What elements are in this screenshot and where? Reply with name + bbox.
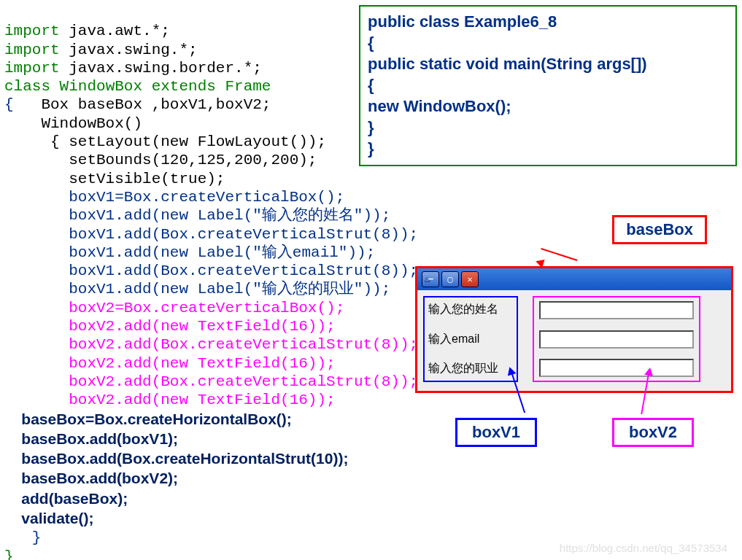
code-text: javax.swing.border.*; bbox=[60, 60, 262, 77]
arrow-boxv2 bbox=[634, 370, 670, 421]
code-text: boxV1.add(Box.createVerticalStrut(8)); bbox=[4, 226, 418, 243]
code-text: Box baseBox ,boxV1,boxV2; bbox=[14, 96, 271, 113]
code-text: { setLayout(new FlowLayout()); bbox=[4, 133, 326, 150]
code-text: boxV2.add(new TextField(16)); bbox=[4, 392, 336, 408]
code-text: setBounds(120,125,200,200); bbox=[4, 152, 317, 168]
code-text: baseBox=Box.createHorizontalBox(); bbox=[4, 411, 292, 427]
code-text: baseBox.add(boxV2); bbox=[4, 470, 178, 486]
brace: { bbox=[4, 96, 14, 113]
label-boxv2: boxV2 bbox=[612, 418, 694, 447]
code-text: boxV1.add(Box.createVerticalStrut(8)); bbox=[4, 262, 418, 279]
boxv2-panel bbox=[533, 296, 700, 382]
code-text: boxV1=Box.createVerticalBox(); bbox=[4, 189, 344, 206]
brace: } bbox=[4, 548, 14, 560]
code-text: boxV1.add(new Label("输入email")); bbox=[4, 244, 375, 261]
kw-import: import bbox=[4, 42, 60, 58]
code-text: boxV2.add(Box.createVerticalStrut(8)); bbox=[4, 336, 418, 353]
code-block-right: public class Example6_8 { public static … bbox=[359, 5, 737, 166]
textfield-name[interactable] bbox=[539, 301, 694, 319]
kw-extends: extends bbox=[152, 78, 216, 95]
app-window: ♨ — ▢ ✕ 输入您的姓名 输入email 输入您的职业 bbox=[415, 266, 733, 393]
code-line: } bbox=[368, 117, 728, 138]
textfield-job[interactable] bbox=[539, 359, 694, 377]
label-boxv1: boxV1 bbox=[455, 418, 537, 447]
code-text: WindowBox bbox=[50, 78, 152, 95]
kw-class: class bbox=[4, 78, 50, 95]
code-line: public class Example6_8 bbox=[368, 11, 728, 32]
label-basebox: baseBox bbox=[612, 215, 707, 244]
code-text: baseBox.add(Box.createHorizontalStrut(10… bbox=[4, 450, 348, 467]
label-email: 输入email bbox=[428, 332, 513, 347]
code-text: boxV2=Box.createVerticalBox(); bbox=[4, 300, 344, 316]
close-button[interactable]: ✕ bbox=[461, 271, 479, 287]
code-text: boxV1.add(new Label("输入您的职业")); bbox=[4, 281, 390, 298]
code-text: boxV2.add(Box.createVerticalStrut(8)); bbox=[4, 373, 418, 390]
window-body: 输入您的姓名 输入email 输入您的职业 bbox=[417, 290, 731, 391]
code-text: validate(); bbox=[4, 510, 94, 526]
code-text: setVisible(true); bbox=[4, 171, 225, 187]
brace: } bbox=[4, 529, 41, 546]
arrow-boxv1 bbox=[495, 370, 532, 421]
code-text: boxV2.add(new TextField(16)); bbox=[4, 318, 336, 335]
code-line: { bbox=[368, 74, 728, 96]
code-text: boxV1.add(new Label("输入您的姓名")); bbox=[4, 207, 390, 224]
code-line: public static void main(String args[]) bbox=[368, 53, 728, 74]
code-text: java.awt.*; bbox=[60, 23, 170, 39]
code-line: { bbox=[368, 32, 728, 53]
code-text: Frame bbox=[216, 78, 271, 95]
code-text: javax.swing.*; bbox=[60, 42, 198, 58]
code-text: add(baseBox); bbox=[4, 490, 128, 507]
code-line: new WindowBox(); bbox=[368, 96, 728, 117]
maximize-button[interactable]: ▢ bbox=[441, 271, 459, 287]
code-text: WindowBox() bbox=[4, 115, 142, 132]
code-block-left: import java.awt.*; import javax.swing.*;… bbox=[4, 4, 418, 560]
kw-import: import bbox=[4, 23, 60, 39]
code-text: boxV2.add(new TextField(16)); bbox=[4, 355, 336, 372]
java-icon: ♨ bbox=[425, 273, 436, 285]
watermark: https://blog.csdn.net/qq_34573534 bbox=[560, 542, 727, 554]
code-text: baseBox.add(boxV1); bbox=[4, 430, 178, 447]
titlebar: ♨ — ▢ ✕ bbox=[417, 268, 731, 290]
kw-import: import bbox=[4, 60, 60, 77]
label-name: 输入您的姓名 bbox=[428, 302, 513, 317]
textfield-email[interactable] bbox=[539, 330, 694, 349]
code-line: } bbox=[368, 138, 728, 159]
